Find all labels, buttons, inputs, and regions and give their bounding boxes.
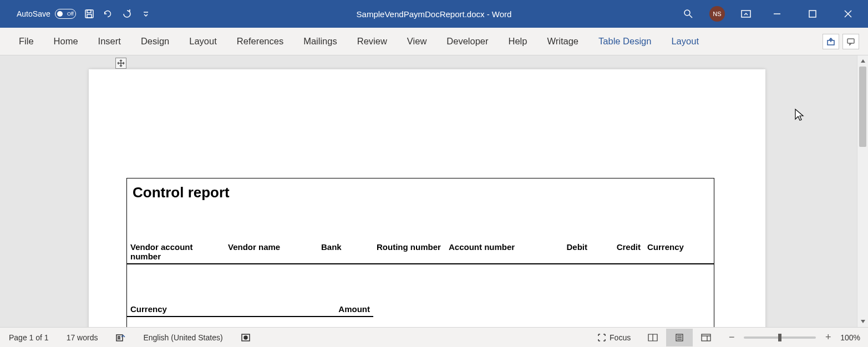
ribbon-tab-help[interactable]: Help [499,28,537,55]
minimize-button[interactable] [767,4,787,24]
col-credit[interactable]: Credit [591,241,644,263]
document-table[interactable]: Control report Vendor account number Ven… [126,178,714,327]
svg-rect-0 [85,10,93,18]
maximize-button[interactable] [803,4,823,24]
document-area[interactable]: Control report Vendor account number Ven… [0,55,857,327]
ribbon-tab-developer[interactable]: Developer [436,28,498,55]
web-layout-icon[interactable] [693,329,719,346]
status-macro-icon[interactable] [232,333,260,343]
col-bank[interactable]: Bank [318,241,373,263]
status-page[interactable]: Page 1 of 1 [0,333,58,342]
read-mode-icon[interactable] [639,329,666,346]
svg-line-5 [689,15,692,18]
svg-rect-20 [702,334,710,341]
comments-button[interactable] [842,34,859,49]
ribbon-display-icon[interactable] [740,8,752,19]
focus-label: Focus [610,333,631,342]
scroll-up-icon[interactable] [857,55,868,67]
ribbon-tab-layout[interactable]: Layout [179,28,227,55]
share-button[interactable] [823,34,839,49]
qat-customize-icon[interactable] [140,8,151,19]
ribbon-right [823,34,859,49]
svg-rect-2 [87,14,92,18]
ribbon-tab-design[interactable]: Design [131,28,179,55]
col-vendor-account[interactable]: Vendor account number [127,241,225,263]
ribbon-tab-review[interactable]: Review [347,28,397,55]
table-header-row1: Vendor account number Vendor name Bank R… [127,241,714,264]
report-title[interactable]: Control report [127,178,714,202]
col2-currency[interactable]: Currency [127,303,327,316]
svg-point-15 [244,336,247,339]
table-spacer2 [127,264,714,303]
vertical-scrollbar[interactable] [857,55,868,327]
zoom-in-button[interactable]: + [824,331,833,343]
zoom-slider-handle[interactable] [778,334,781,341]
zoom-out-button[interactable]: − [727,331,736,343]
search-icon[interactable] [683,8,694,19]
scrollbar-thumb[interactable] [859,67,866,147]
autosave-toggle[interactable]: Off [55,9,76,19]
zoom-slider[interactable] [744,336,816,339]
ribbon-tab-table-layout[interactable]: Layout [661,28,709,55]
svg-rect-12 [847,39,854,43]
svg-rect-8 [809,11,816,17]
ribbon-tab-insert[interactable]: Insert [88,28,131,55]
ribbon-tabs: File Home Insert Design Layout Reference… [9,28,709,55]
ribbon: File Home Insert Design Layout Reference… [0,28,868,55]
table-spacer3 [127,317,714,327]
titlebar: AutoSave Off SampleVendPaymDocReport.doc… [0,0,868,28]
ribbon-tab-view[interactable]: View [397,28,436,55]
zoom-level[interactable]: 100% [840,333,860,342]
document-title: SampleVendPaymDocReport.docx - Word [357,9,512,19]
svg-rect-1 [87,10,91,13]
print-layout-icon[interactable] [666,329,693,346]
col-debit[interactable]: Debit [539,241,591,263]
autosave-label: AutoSave [17,9,50,18]
statusbar-right: Focus − + 100% [588,329,868,346]
col-vendor-name[interactable]: Vendor name [225,241,318,263]
user-initials: NS [713,11,721,17]
ribbon-tab-references[interactable]: References [227,28,293,55]
titlebar-right: NS [683,4,868,24]
table-header-row2: Currency Amount [127,303,373,317]
autosave-state: Off [67,11,74,17]
ribbon-tab-file[interactable]: File [9,28,44,55]
svg-point-4 [684,10,690,16]
table-spacer [127,202,714,241]
scroll-down-icon[interactable] [857,316,868,327]
titlebar-left: AutoSave Off [0,8,151,19]
ribbon-tab-home[interactable]: Home [44,28,88,55]
ribbon-tab-writage[interactable]: Writage [537,28,588,55]
close-button[interactable] [838,4,858,24]
col2-amount[interactable]: Amount [327,303,373,316]
status-spellcheck-icon[interactable] [106,333,134,343]
zoom-control: − + 100% [719,331,868,343]
col-currency[interactable]: Currency [644,241,699,263]
redo-icon[interactable] [121,8,133,19]
status-words[interactable]: 17 words [58,333,107,342]
undo-icon[interactable] [103,8,114,19]
focus-mode[interactable]: Focus [588,333,639,342]
user-avatar[interactable]: NS [709,6,725,22]
col-routing[interactable]: Routing number [373,241,445,263]
col-account[interactable]: Account number [445,241,539,263]
ribbon-tab-mailings[interactable]: Mailings [293,28,347,55]
toggle-dot-icon [57,11,63,17]
ribbon-tab-table-design[interactable]: Table Design [588,28,661,55]
statusbar: Page 1 of 1 17 words English (United Sta… [0,327,868,347]
status-language[interactable]: English (United States) [134,333,231,342]
autosave-control[interactable]: AutoSave Off [17,9,76,19]
scrollbar-track[interactable] [857,67,868,316]
table-move-handle[interactable] [115,58,126,69]
save-icon[interactable] [84,8,95,19]
